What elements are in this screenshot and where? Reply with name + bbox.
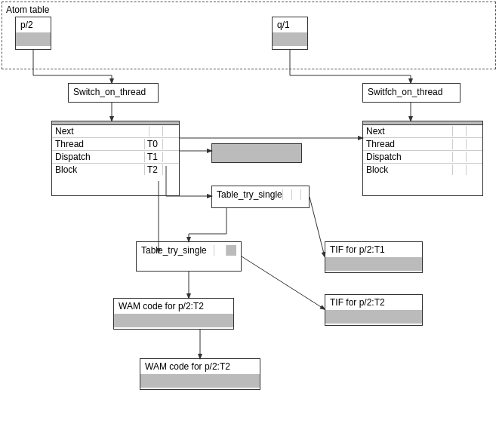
svg-line-18 <box>242 256 325 309</box>
wam-t2-upper-label: WAM code for p/2:T2 <box>114 299 233 314</box>
table-try-single-lower-label: Table_try_single <box>141 245 207 256</box>
p2-label: p/2 <box>16 17 51 32</box>
table-try-single-lower: Table_try_single <box>136 241 242 272</box>
thread-label-right: Thread <box>366 139 452 149</box>
thread-cell <box>162 139 176 149</box>
left-next-row: Next <box>52 125 179 138</box>
right-next-cell-2 <box>466 126 479 137</box>
next-cell-2 <box>162 126 176 137</box>
right-dispatch-cell-1 <box>452 152 466 162</box>
right-thread-cell-1 <box>452 139 466 149</box>
dispatch-label-right: Dispatch <box>366 152 452 162</box>
diagram-canvas: Atom table p/2 q/1 Switch_on_thread Swit… <box>0 0 499 448</box>
next-label-right: Next <box>366 126 452 137</box>
right-block-cell-1 <box>452 164 466 175</box>
table-try-single-upper-label: Table_try_single <box>217 189 282 200</box>
q1-box: q/1 <box>272 17 308 50</box>
switch-right-label: Switfch_on_thread <box>363 84 460 100</box>
tif-t2-label: TIF for p/2:T2 <box>325 295 422 310</box>
tif-t1-box: TIF for p/2:T1 <box>325 241 423 273</box>
dispatch-label-left: Dispatch <box>55 152 144 162</box>
atom-table-border <box>2 2 496 69</box>
right-block-cell-2 <box>466 164 479 175</box>
p2-gray <box>16 32 51 46</box>
switch-left-box: Switch_on_thread <box>68 83 159 103</box>
thread-label-left: Thread <box>55 139 144 149</box>
left-block-row: Block T2 <box>52 164 179 176</box>
wam-t2-upper-box: WAM code for p/2:T2 <box>113 298 234 330</box>
right-main-table: Next Thread Dispatch Block <box>362 121 483 196</box>
svg-line-16 <box>310 197 325 256</box>
block-label-right: Block <box>366 164 452 175</box>
dispatch-cell <box>162 152 176 162</box>
t0-target-box <box>211 143 302 163</box>
wam-t2-lower-label: WAM code for p/2:T2 <box>140 359 260 374</box>
switch-left-label: Switch_on_thread <box>69 84 158 100</box>
right-thread-row: Thread <box>363 138 482 151</box>
tif-t2-box: TIF for p/2:T2 <box>325 294 423 326</box>
block-label-left: Block <box>55 164 144 175</box>
tif-t1-gray <box>325 257 422 271</box>
left-main-table: Next Thread T0 Dispatch T1 Block T2 <box>51 121 180 196</box>
t2-val: T2 <box>144 164 162 175</box>
wam-t2-lower-gray <box>140 374 260 388</box>
left-thread-row: Thread T0 <box>52 138 179 151</box>
wam-t2-lower-box: WAM code for p/2:T2 <box>140 358 260 390</box>
right-next-cell-1 <box>452 126 466 137</box>
atom-table-label: Atom table <box>6 5 49 15</box>
q1-gray <box>273 32 307 46</box>
table-try-single-upper: Table_try_single <box>211 186 310 208</box>
q1-label: q/1 <box>273 17 307 32</box>
p2-box: p/2 <box>15 17 51 50</box>
right-dispatch-cell-2 <box>466 152 479 162</box>
next-cell-1 <box>149 126 162 137</box>
right-thread-cell-2 <box>466 139 479 149</box>
switch-right-box: Switfch_on_thread <box>362 83 460 103</box>
block-cell <box>162 164 176 175</box>
wam-t2-upper-gray <box>114 314 233 327</box>
t1-val: T1 <box>144 152 162 162</box>
left-dispatch-row: Dispatch T1 <box>52 151 179 164</box>
tif-t2-gray <box>325 310 422 324</box>
right-next-row: Next <box>363 125 482 138</box>
t0-val: T0 <box>144 139 162 149</box>
next-label-left: Next <box>55 126 149 137</box>
tif-t1-label: TIF for p/2:T1 <box>325 242 422 257</box>
right-block-row: Block <box>363 164 482 176</box>
right-dispatch-row: Dispatch <box>363 151 482 164</box>
